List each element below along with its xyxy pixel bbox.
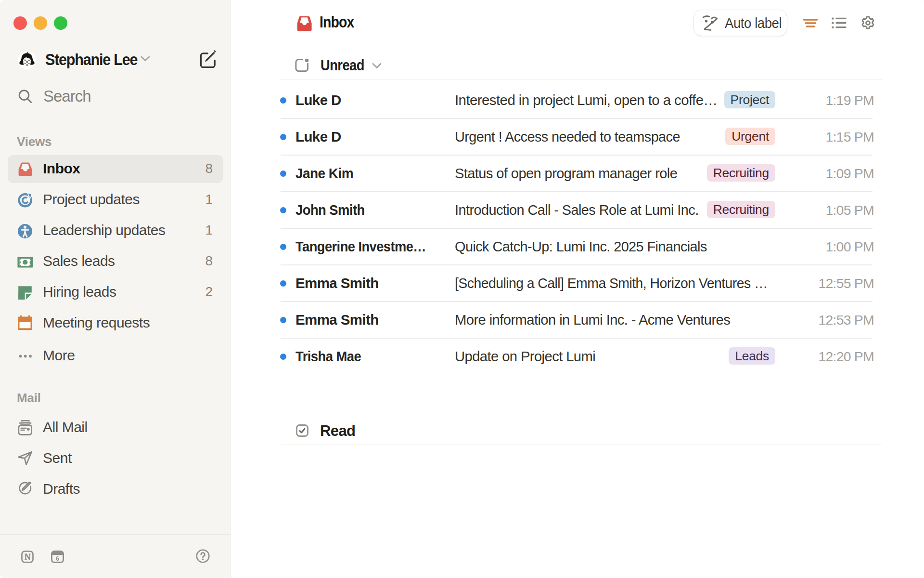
svg-text:6: 6 [56, 555, 59, 562]
